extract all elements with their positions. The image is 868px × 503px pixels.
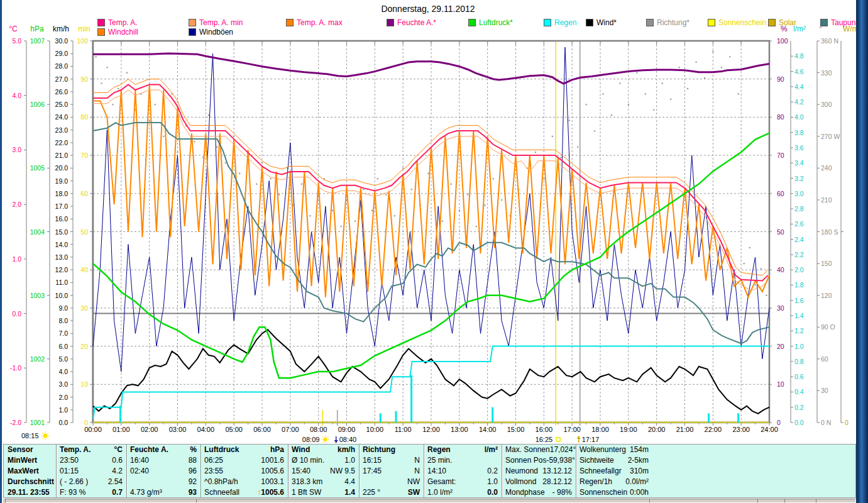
table-cell: F: 93 %0.7 xyxy=(56,487,126,498)
svg-text:2.8: 2.8 xyxy=(794,205,804,213)
svg-text:4.6: 4.6 xyxy=(794,68,804,75)
table-cell: Neumond13.12.12 xyxy=(502,466,576,477)
table-col-richtung: Richtung16:15N17:45NNW225 °SW xyxy=(359,445,424,497)
svg-text:02:00: 02:00 xyxy=(141,426,158,433)
legend-item-richtung[interactable]: Richtung* xyxy=(646,18,689,27)
svg-text:1.0: 1.0 xyxy=(12,255,21,263)
svg-text:1.8: 1.8 xyxy=(794,281,804,289)
window-border-right xyxy=(856,0,868,503)
table-cell: ^0.8hPa/h1003.1 xyxy=(201,477,288,487)
table-cell: 25 min. xyxy=(424,455,502,466)
svg-text:40: 40 xyxy=(80,266,88,274)
svg-text:01:00: 01:00 xyxy=(113,426,130,433)
table-cell: Richtung xyxy=(359,445,424,455)
legend-item-label: Luftdruck* xyxy=(479,18,513,27)
luftdruck-swatch-icon xyxy=(468,19,476,26)
legend-item-luftdruck[interactable]: Luftdruck* xyxy=(468,18,513,27)
legend-item-label: Windböen xyxy=(199,28,233,36)
svg-text:120: 120 xyxy=(821,292,832,299)
legend-item-taupunkt[interactable]: Taupunkt xyxy=(820,18,862,27)
taupunkt-swatch-icon xyxy=(820,19,828,26)
svg-text:0.4: 0.4 xyxy=(794,388,804,395)
status-bar-segment xyxy=(649,499,759,503)
wind-swatch-icon xyxy=(586,19,593,26)
legend-item-sonnenschein[interactable]: Sonnenschein xyxy=(708,18,766,27)
table-cell: Vollmond28.12.12 xyxy=(502,477,576,487)
svg-text:12:00: 12:00 xyxy=(422,426,440,433)
legend-item-regen[interactable]: Regen xyxy=(544,18,576,27)
table-cell: Ø 10 min.1.0 xyxy=(288,455,359,466)
svg-text:15:00: 15:00 xyxy=(507,426,525,433)
table-cell: LuftdruckhPa xyxy=(201,445,288,455)
legend-item-windboeen[interactable]: Windböen xyxy=(189,28,233,36)
table-cell: Schneefallgr310m xyxy=(576,466,652,477)
svg-text:90: 90 xyxy=(777,75,784,83)
astro-marker-time: 16:25 xyxy=(536,436,553,443)
svg-text:0.0: 0.0 xyxy=(58,419,68,426)
table-cell: Temp. A.°C xyxy=(56,445,126,455)
svg-text:18.0: 18.0 xyxy=(55,190,69,197)
svg-text:330: 330 xyxy=(821,69,832,77)
table-cell: 14:100.2 xyxy=(424,466,502,477)
astro-marker-time: 08:40 xyxy=(339,436,357,443)
axis-right-dir xyxy=(817,41,820,423)
axis-right-solar xyxy=(841,41,843,423)
svg-text:2.4: 2.4 xyxy=(794,236,804,243)
solar-swatch-icon xyxy=(768,19,776,26)
status-bar-segment xyxy=(816,499,856,503)
legend-item-solar[interactable]: Solar xyxy=(768,18,796,27)
svg-text:10.0: 10.0 xyxy=(55,292,69,299)
table-col-extra-1: Max. Sonnen17,024°Sonnen Pos-59,938°Neum… xyxy=(502,445,576,497)
table-cell: 4.73 g/m³93 xyxy=(126,487,201,498)
table-col-feuchte-a-: Feuchte A.%16:408802:4096924.73 g/m³93 xyxy=(126,445,201,497)
table-cell: Max. Sonnen17,024° xyxy=(502,445,576,455)
table-col-wind: Windkm/hØ 10 min.1.015:40NW 9.5318.3 km4… xyxy=(288,445,360,497)
svg-text:60: 60 xyxy=(80,190,88,197)
svg-text:13:00: 13:00 xyxy=(451,426,468,433)
table-cell: 29.11. 23:55 xyxy=(4,487,56,498)
svg-text:17:00: 17:00 xyxy=(563,426,581,433)
table-cell: Windkm/h xyxy=(288,445,359,455)
feuchte-a-swatch-icon xyxy=(387,19,394,26)
svg-text:3.0: 3.0 xyxy=(794,190,804,197)
legend-item-windchill[interactable]: Windchill xyxy=(97,28,138,36)
legend-item-wind[interactable]: Wind* xyxy=(586,18,617,27)
svg-text:7.0: 7.0 xyxy=(58,329,68,337)
svg-text:21:00: 21:00 xyxy=(676,426,694,433)
svg-text:3.6: 3.6 xyxy=(794,144,804,152)
legend-item-temp-a[interactable]: Temp. A. xyxy=(97,18,138,27)
svg-text:1006: 1006 xyxy=(30,101,45,108)
svg-text:03:00: 03:00 xyxy=(169,426,187,433)
table-col-luftdruck: LuftdruckhPa06:251001.623:551005.6^0.8hP… xyxy=(201,445,288,497)
table-cell: 17:45N xyxy=(359,466,424,477)
legend-item-temp-a-min[interactable]: Temp. A. min xyxy=(189,18,243,27)
svg-text:24.0: 24.0 xyxy=(55,113,69,121)
legend-item-feuchte-a[interactable]: Feuchte A.* xyxy=(387,18,436,27)
legend-item-label: Feuchte A.* xyxy=(397,18,436,27)
table-cell: Regenl/m² xyxy=(424,445,502,455)
legend-item-temp-a-max[interactable]: Temp. A. max xyxy=(286,18,343,27)
table-cell: Wolkenunterg154m xyxy=(576,445,652,455)
table-cell: Feuchte A.% xyxy=(126,445,201,455)
svg-text:40: 40 xyxy=(777,266,784,274)
svg-text:300: 300 xyxy=(821,101,832,108)
svg-text:0.0: 0.0 xyxy=(12,310,21,318)
astro-marker-time: 17:17 xyxy=(582,436,600,443)
sonnenschein-swatch-icon xyxy=(708,19,715,26)
svg-text:10:00: 10:00 xyxy=(366,426,384,433)
svg-text:100: 100 xyxy=(77,37,88,45)
table-cell: MinWert xyxy=(4,455,56,466)
svg-text:12.0: 12.0 xyxy=(55,266,69,274)
table-col-extra-2: Wolkenunterg154mSichtweite2-5kmSchneefal… xyxy=(576,445,652,497)
svg-text:70: 70 xyxy=(80,152,88,159)
svg-text:20:00: 20:00 xyxy=(648,426,666,433)
legend-item-label: Temp. A. max xyxy=(297,18,343,27)
temp-a-max-swatch-icon xyxy=(286,19,294,26)
svg-text:1.4: 1.4 xyxy=(794,312,804,319)
svg-text:27.0: 27.0 xyxy=(55,75,69,83)
svg-text:18:00: 18:00 xyxy=(591,426,609,433)
table-cell: Durchschnitt xyxy=(4,477,56,487)
rain-intensity-bars xyxy=(119,375,739,423)
table-cell: 1.0 l/m²0.0 xyxy=(424,487,502,498)
series-temp-a xyxy=(93,84,768,280)
